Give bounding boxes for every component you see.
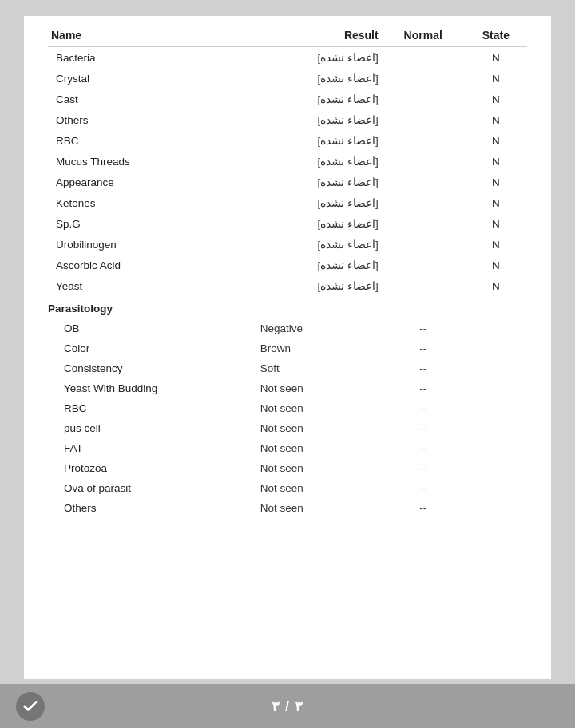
urine-result: [اعضاء نشده] (257, 151, 382, 172)
para-name: Others (48, 498, 257, 518)
urine-row: Ketones [اعضاء نشده] N (48, 192, 527, 213)
parasitology-header: Parasitology (48, 296, 527, 318)
urine-name: Ketones (48, 192, 257, 213)
urine-name: Appearance (48, 172, 257, 192)
header-result: Result (257, 24, 382, 47)
parasitology-row: RBC Not seen -- (48, 398, 527, 418)
table-wrapper: Name Result Normal State Bacteria [اعضاء… (24, 24, 551, 518)
bottom-bar: ۳ / ۳ (0, 684, 575, 728)
para-name: Yeast With Budding (48, 378, 257, 398)
urine-result: [اعضاء نشده] (257, 192, 382, 213)
urine-name: Mucus Threads (48, 151, 257, 172)
urine-row: Mucus Threads [اعضاء نشده] N (48, 151, 527, 172)
urine-name: Ascorbic Acid (48, 255, 257, 275)
urine-normal (382, 151, 465, 172)
urine-normal (382, 109, 465, 130)
para-normal: -- (382, 498, 465, 518)
para-name: Consistency (48, 358, 257, 378)
page-number: ۳ / ۳ (272, 698, 303, 715)
urine-state: N (465, 192, 527, 213)
urine-normal (382, 68, 465, 89)
parasitology-row: Yeast With Budding Not seen -- (48, 378, 527, 398)
para-normal: -- (382, 318, 465, 338)
para-normal: -- (382, 478, 465, 498)
urine-normal (382, 213, 465, 234)
urine-state: N (465, 109, 527, 130)
urine-state: N (465, 213, 527, 234)
para-state (465, 478, 527, 498)
main-table: Name Result Normal State Bacteria [اعضاء… (48, 24, 527, 518)
para-name: Color (48, 338, 257, 358)
urine-result: [اعضاء نشده] (257, 68, 382, 89)
urine-result: [اعضاء نشده] (257, 130, 382, 151)
para-state (465, 378, 527, 398)
para-state (465, 498, 527, 518)
urine-state: N (465, 275, 527, 296)
urine-result: [اعضاء نشده] (257, 89, 382, 109)
header-name: Name (48, 24, 257, 47)
urine-result: [اعضاء نشده] (257, 234, 382, 255)
urine-row: RBC [اعضاء نشده] N (48, 130, 527, 151)
para-normal: -- (382, 378, 465, 398)
urine-row: Urobilinogen [اعضاء نشده] N (48, 234, 527, 255)
urine-name: Bacteria (48, 47, 257, 69)
urine-row: Cast [اعضاء نشده] N (48, 89, 527, 109)
urine-row: Bacteria [اعضاء نشده] N (48, 47, 527, 69)
urine-row: Crystal [اعضاء نشده] N (48, 68, 527, 89)
parasitology-row: Protozoa Not seen -- (48, 458, 527, 478)
para-state (465, 358, 527, 378)
para-normal: -- (382, 398, 465, 418)
para-result: Not seen (257, 458, 382, 478)
para-result: Soft (257, 358, 382, 378)
urine-row: Yeast [اعضاء نشده] N (48, 275, 527, 296)
parasitology-row: OB Negative -- (48, 318, 527, 338)
header-normal: Normal (382, 24, 465, 47)
urine-name: Sp.G (48, 213, 257, 234)
urine-normal (382, 255, 465, 275)
urine-name: Cast (48, 89, 257, 109)
urine-result: [اعضاء نشده] (257, 255, 382, 275)
para-name: pus cell (48, 418, 257, 438)
urine-state: N (465, 130, 527, 151)
para-state (465, 398, 527, 418)
urine-name: RBC (48, 130, 257, 151)
urine-state: N (465, 47, 527, 69)
urine-state: N (465, 234, 527, 255)
parasitology-row: FAT Not seen -- (48, 438, 527, 458)
urine-row: Appearance [اعضاء نشده] N (48, 172, 527, 192)
para-state (465, 458, 527, 478)
para-normal: -- (382, 358, 465, 378)
para-normal: -- (382, 338, 465, 358)
para-result: Not seen (257, 418, 382, 438)
para-normal: -- (382, 458, 465, 478)
urine-result: [اعضاء نشده] (257, 275, 382, 296)
check-icon (16, 692, 45, 721)
para-result: Not seen (257, 398, 382, 418)
urine-name: Crystal (48, 68, 257, 89)
para-name: FAT (48, 438, 257, 458)
urine-normal (382, 130, 465, 151)
urine-normal (382, 275, 465, 296)
para-name: RBC (48, 398, 257, 418)
urine-state: N (465, 172, 527, 192)
para-result: Not seen (257, 378, 382, 398)
urine-row: Others [اعضاء نشده] N (48, 109, 527, 130)
parasitology-row: Consistency Soft -- (48, 358, 527, 378)
urine-row: Sp.G [اعضاء نشده] N (48, 213, 527, 234)
urine-state: N (465, 255, 527, 275)
para-state (465, 338, 527, 358)
para-normal: -- (382, 438, 465, 458)
page-container: Name Result Normal State Bacteria [اعضاء… (24, 16, 551, 679)
urine-state: N (465, 89, 527, 109)
urine-normal (382, 89, 465, 109)
para-name: Protozoa (48, 458, 257, 478)
para-state (465, 318, 527, 338)
section-header-row: Parasitology (48, 296, 527, 318)
parasitology-row: pus cell Not seen -- (48, 418, 527, 438)
para-state (465, 418, 527, 438)
urine-name: Others (48, 109, 257, 130)
para-result: Not seen (257, 498, 382, 518)
para-result: Not seen (257, 478, 382, 498)
urine-result: [اعضاء نشده] (257, 172, 382, 192)
urine-state: N (465, 68, 527, 89)
